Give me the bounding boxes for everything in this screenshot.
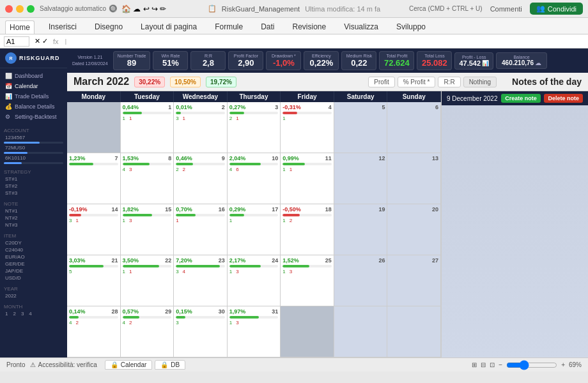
calendar-cell[interactable]: 19 [334,204,388,255]
calendar-cell[interactable]: 1,53% 8 4 3 [121,153,174,204]
calendar-cell[interactable]: 0,14% 28 4 2 [67,306,121,357]
calendar-cell[interactable]: 0,29% 17 1 [228,204,281,255]
calendar-cell[interactable]: 0,27% 3 2 1 [228,102,281,153]
cell-reference[interactable] [4,36,29,47]
cell-bar-green [123,214,152,216]
filter-item-gerde[interactable]: GER/DE [4,260,63,267]
calendar-cell[interactable]: -0,19% 14 3 1 [67,204,121,255]
tab-disegno[interactable]: Disegno [91,20,127,34]
calendar-cell[interactable] [281,306,334,357]
calendar-cell[interactable]: 1,23% 7 [67,153,121,204]
tab-visualizza[interactable]: Visualizza [340,20,382,34]
calendar-cell[interactable]: 26 [334,255,388,306]
comments-label[interactable]: Commenti [490,5,522,13]
tab-sviluppo[interactable]: Sviluppo [392,20,429,34]
filter-item-account2[interactable]: 72MUS0 [4,144,63,151]
calendar-cell[interactable]: 1,97% 31 1 3 [228,306,281,357]
calendar-cell[interactable]: 0,57% 29 4 2 [121,306,174,357]
tab-inserisci[interactable]: Inserisci [45,20,81,34]
sidebar-item-calendar[interactable]: 📅 Calendar [0,81,67,91]
calendar-cell[interactable] [334,306,388,357]
filter-item-account1[interactable]: 1234567 [4,134,63,141]
maximize-button[interactable] [27,5,35,13]
sidebar-item-settings[interactable]: ⚙ Setting-Backtest [0,112,67,122]
filter-item-eurao[interactable]: EUR/AO [4,253,63,260]
calendar-cell[interactable]: 3,50% 22 1 1 [121,255,174,306]
filter-item-note3[interactable]: NT#3 [4,222,63,229]
calendar-cell[interactable]: 2,17% 24 1 3 [228,255,281,306]
calendar-cell[interactable]: 6 [387,102,441,153]
tab-profit-pct[interactable]: % Profit * [398,77,436,87]
calendar-cell[interactable] [387,306,441,357]
cell-counts: 2 1 [229,116,279,121]
filter-item-note1[interactable]: NT#1 [4,207,63,214]
calendar-cell[interactable]: 0,99% 11 1 1 [281,153,334,204]
calendar-cell[interactable]: 0,64% 1 1 1 [121,102,174,153]
zoom-in-button[interactable]: + [561,361,565,368]
calendar-cell[interactable]: 0,46% 9 2 2 [174,153,228,204]
sheet-tab-db[interactable]: 🔒 DB [155,360,185,370]
print-view-icon[interactable]: ⊡ [490,361,495,368]
search-label[interactable]: Cerca (CMD + CTRL + U) [409,5,483,12]
calendar-cell[interactable]: 0,70% 16 1 [174,204,228,255]
minimize-button[interactable] [16,5,24,13]
calendar-cell[interactable]: 12 [334,153,388,204]
filter-item-usdd[interactable]: USD/D [4,274,63,282]
filter-item-note2[interactable]: NT#2 [4,214,63,222]
filter-item-m2[interactable]: 2 [12,310,17,317]
calendar-cell[interactable]: 13 [387,153,441,204]
filter-item-strategy3[interactable]: ST#3 [4,190,63,197]
zoom-out-button[interactable]: − [499,361,502,368]
sidebar-item-balance[interactable]: 💰 Balance Details [0,101,67,112]
sidebar-item-trade-details[interactable]: 📊 Trade Details [0,91,67,101]
cell-bar-container [282,163,332,165]
calendar-cell[interactable]: 2,04% 10 4 6 [228,153,281,204]
calendar-cell[interactable]: 20 [387,204,441,255]
filter-item-japde[interactable]: JAP/DE [4,267,63,274]
page-view-icon[interactable]: ⊟ [481,361,486,368]
calendar-cell[interactable]: 1,82% 15 1 3 [121,204,174,255]
cell-counts: 1 1 [123,269,172,274]
tab-home[interactable]: Home [5,20,35,34]
filter-item-2022[interactable]: 2022 [4,292,63,299]
header-thursday: Thursday [228,91,281,102]
filter-item-m1[interactable]: 1 [4,310,9,317]
filter-item-c20dy[interactable]: C20DY [4,239,63,246]
filter-item-m4[interactable]: 4 [27,310,33,317]
tab-nothing[interactable]: Nothing [463,77,497,87]
tab-layout[interactable]: Layout di pagina [137,20,201,34]
close-button[interactable] [5,5,13,13]
share-button[interactable]: 👥Condividi [530,3,583,15]
filter-item-strategy2[interactable]: ST#2 [4,183,63,190]
tab-rr[interactable]: R:R [438,77,460,87]
calendar-cell[interactable]: -0,50% 18 1 2 [281,204,334,255]
tab-formule[interactable]: Formule [211,20,247,34]
sheet-tab-calendar[interactable]: 🔒 Calendar [105,360,153,370]
tab-revisione[interactable]: Revisione [289,20,330,34]
tab-dati[interactable]: Dati [257,20,278,34]
sidebar-item-dashboard[interactable]: ⬜ Dashboard [0,71,67,81]
calendar-week-0: 0,64% 1 1 1 0,01% 2 3 1 0,27% 3 [67,102,441,153]
calendar-cell[interactable]: 7,20% 23 3 4 [174,255,228,306]
grid-view-icon[interactable]: ⊞ [472,361,477,368]
header-monday: Monday [67,91,121,102]
calendar-cell[interactable] [67,102,121,153]
calendar-cell[interactable]: 5 [334,102,388,153]
filter-item-strategy1[interactable]: ST#1 [4,176,63,183]
calendar-cell[interactable]: 0,01% 2 3 1 [174,102,228,153]
calendar-cell[interactable]: 3,03% 21 5 [67,255,121,306]
filter-item-m3[interactable]: 3 [20,310,25,317]
calendar-cell[interactable]: 1,52% 25 1 3 [281,255,334,306]
filter-item-account3[interactable]: 6K10110 [4,154,63,161]
autosave-toggle[interactable]: 🔘 [109,4,118,13]
calendar-cell[interactable]: 27 [387,255,441,306]
calendar-cell[interactable]: -0,31% 4 1 [281,102,334,153]
filter-item-c24040[interactable]: C24040 [4,246,63,253]
last-modified: Ultima modifica: 14 m fa [305,5,380,13]
delete-note-button[interactable]: Delete note [544,94,583,103]
create-note-button[interactable]: Create note [501,94,541,103]
tab-profit[interactable]: Profit [368,77,394,87]
zoom-slider[interactable] [506,360,557,370]
calendar-cell[interactable]: 0,15% 30 3 [174,306,228,357]
cell-pct: 0,99% [282,155,299,161]
